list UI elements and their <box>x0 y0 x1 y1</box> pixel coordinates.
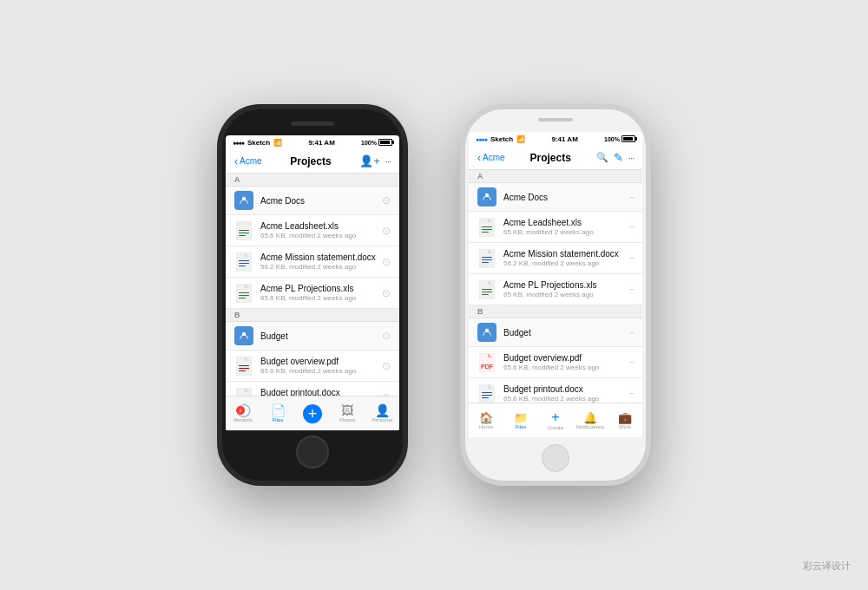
item-name: Acme Mission statement.docx <box>503 249 629 259</box>
item-meta: 65.6 KB, modified 2 weeks ago <box>503 395 629 403</box>
wifi-icon: 📶 <box>516 135 525 143</box>
svg-rect-2 <box>239 230 249 231</box>
tab-personal[interactable]: 👤 Personal <box>365 404 399 423</box>
more-dots-icon[interactable]: ··· <box>629 389 634 398</box>
list-item[interactable]: Acme Mission statement.docx 56.2 KB, mod… <box>226 246 399 278</box>
list-item[interactable]: PDF Budget overview.pdf 65.6 KB, modifie… <box>469 347 642 378</box>
list-item[interactable]: Acme PL Projections.xls 65.6 KB, modifie… <box>226 278 399 309</box>
back-button[interactable]: ‹ Acme <box>234 155 262 167</box>
tab-files[interactable]: 📄 Files <box>260 404 295 423</box>
notifications-icon: 🔔 <box>583 412 597 423</box>
item-action-icon: ⊙ <box>382 287 391 299</box>
wifi-icon: 📶 <box>273 139 282 147</box>
pdf-icon: PDF <box>477 353 496 372</box>
more-dots-icon[interactable]: ··· <box>629 193 634 202</box>
tab-photos[interactable]: 🖼 Photos <box>330 404 365 423</box>
light-tab-bar: 🏠 Home 📁 Files + Create 🔔 Notifications … <box>469 403 642 437</box>
light-status-bar: ●●●● Sketch 📶 9:41 AM 100% <box>469 132 642 146</box>
item-text: Budget <box>260 331 382 341</box>
svg-rect-5 <box>236 252 252 272</box>
more-dots-icon[interactable]: ··· <box>629 222 634 232</box>
battery-icon <box>621 135 635 142</box>
tab-home[interactable]: 🏠 Home <box>469 412 503 429</box>
dark-content: A Acme Docs ⊙ <box>226 174 399 396</box>
battery-pct: 100% <box>604 136 620 142</box>
list-item[interactable]: Budget printout.docx 65.6 KB, modified 2… <box>226 382 399 396</box>
create-icon: + <box>551 410 559 424</box>
edit-icon[interactable]: ✎ <box>614 151 623 164</box>
item-name: Budget printout.docx <box>260 388 382 396</box>
list-item[interactable]: Budget ⊙ <box>226 322 399 351</box>
item-meta: 56.2 KB, modified 2 weeks ago <box>503 259 629 267</box>
svg-rect-45 <box>482 397 489 398</box>
item-meta: 56.2 KB, modified 2 weeks ago <box>260 263 382 271</box>
tab-files[interactable]: 📁 Files <box>503 412 538 429</box>
watermark: 彩云译设计 <box>803 560 851 573</box>
svg-rect-43 <box>482 392 492 393</box>
svg-rect-37 <box>482 292 492 292</box>
more-dots-icon[interactable]: ··· <box>629 285 634 294</box>
carrier-label: Sketch <box>247 139 270 147</box>
list-item[interactable]: Acme Mission statement.docx 56.2 KB, mod… <box>469 243 642 274</box>
more-dots-icon[interactable]: ··· <box>629 328 634 338</box>
more-icon[interactable]: ··· <box>628 153 634 163</box>
section-header-a: A <box>226 174 399 187</box>
svg-rect-15 <box>239 365 249 366</box>
item-action-icon: ⊙ <box>382 225 391 237</box>
list-item[interactable]: Acme Leadsheet.xls 65 KB, modified 2 wee… <box>469 212 642 243</box>
item-text: Budget overview.pdf 65.6 KB, modified 2 … <box>503 353 629 371</box>
nav-actions: 🔍 ✎ ··· <box>596 151 634 164</box>
list-item[interactable]: Budget printout.docx 65.6 KB, modified 2… <box>469 378 642 403</box>
list-item[interactable]: Acme PL Projections.xls 65 KB, modified … <box>469 274 642 305</box>
tab-recents[interactable]: 2 🕐 Recents <box>226 404 260 423</box>
list-item[interactable]: Budget ··· <box>469 318 642 347</box>
tab-work-label: Work <box>619 424 631 429</box>
list-item[interactable]: Acme Docs ⊙ <box>226 187 399 215</box>
tab-notifications[interactable]: 🔔 Notifications <box>573 412 608 429</box>
dark-phone-screen: ●●●● Sketch 📶 9:41 AM 100% ‹ Acme Projec… <box>226 135 399 430</box>
battery-pct: 100% <box>361 140 377 146</box>
list-item[interactable]: Budget overview.pdf 65.6 KB, modified 2 … <box>226 351 399 382</box>
item-action-icon: ⊙ <box>382 256 391 268</box>
back-button[interactable]: ‹ Acme <box>477 152 505 164</box>
item-name: Budget <box>503 328 629 338</box>
item-text: Budget overview.pdf 65.6 KB, modified 2 … <box>260 357 382 375</box>
svg-rect-16 <box>239 368 249 369</box>
item-meta: 65.6 KB, modified 2 weeks ago <box>503 364 629 371</box>
add-user-icon[interactable]: 👤+ <box>359 154 380 167</box>
svg-rect-31 <box>479 249 495 268</box>
svg-rect-42 <box>479 384 495 403</box>
item-name: Acme Leadsheet.xls <box>503 218 629 227</box>
tab-work[interactable]: 💼 Work <box>608 412 642 429</box>
section-header-a: A <box>469 170 642 183</box>
list-item[interactable]: Acme Leadsheet.xls 65.6 KB, modified 2 w… <box>226 215 399 246</box>
svg-rect-4 <box>239 235 246 236</box>
item-name: Budget overview.pdf <box>503 353 629 363</box>
status-left: ●●●● Sketch 📶 <box>233 139 282 147</box>
add-button[interactable]: + <box>303 404 322 423</box>
item-text: Budget <box>503 328 629 338</box>
svg-rect-11 <box>239 295 249 296</box>
back-label: Acme <box>240 156 262 166</box>
status-left: ●●●● Sketch 📶 <box>476 135 525 143</box>
search-icon[interactable]: 🔍 <box>596 152 608 163</box>
nav-title: Projects <box>530 152 571 164</box>
list-item[interactable]: Acme Docs ··· <box>469 183 642 212</box>
svg-rect-7 <box>239 263 249 264</box>
docx-icon <box>234 252 253 272</box>
tab-add[interactable]: + <box>295 404 330 423</box>
files-icon: 📄 <box>271 404 286 416</box>
tab-files-label: Files <box>516 424 527 429</box>
more-icon[interactable]: ··· <box>385 156 391 167</box>
docx-icon <box>477 249 496 268</box>
svg-rect-6 <box>239 260 249 261</box>
svg-rect-30 <box>482 232 489 233</box>
svg-rect-29 <box>482 229 492 230</box>
tab-photos-label: Photos <box>339 417 356 423</box>
more-dots-icon[interactable]: ··· <box>629 357 634 367</box>
svg-rect-3 <box>239 233 249 233</box>
tab-create[interactable]: + Create <box>538 410 573 430</box>
more-dots-icon[interactable]: ··· <box>629 253 634 263</box>
item-name: Budget overview.pdf <box>260 357 382 366</box>
item-text: Acme Docs <box>503 193 629 202</box>
